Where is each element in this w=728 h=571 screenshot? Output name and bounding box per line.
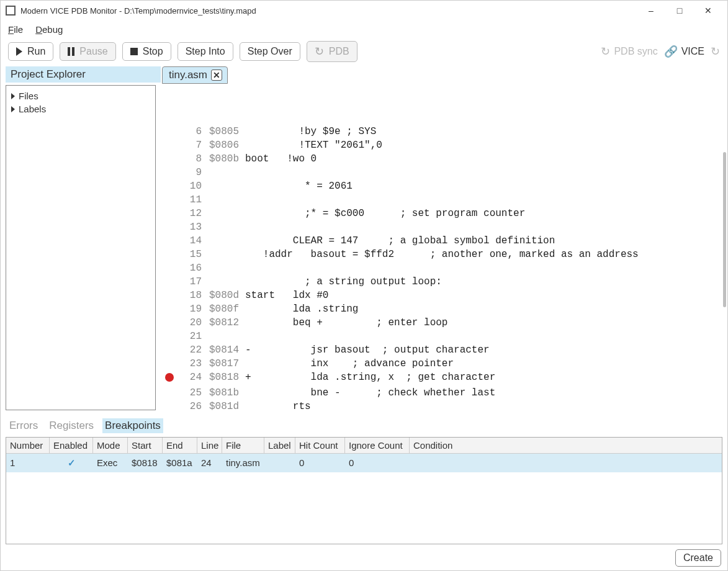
close-window-button[interactable]: ✕ (694, 1, 722, 20)
code-text: $0818 + lda .string, x ; get character (209, 371, 495, 386)
code-text (209, 261, 245, 275)
stop-label: Stop (143, 46, 163, 57)
tree-item-labels[interactable]: Labels (11, 102, 150, 115)
breakpoint-gutter[interactable] (161, 275, 178, 289)
run-button[interactable]: Run (8, 42, 53, 61)
code-line[interactable]: 24$0818 + lda .string, x ; get character (161, 371, 727, 386)
code-line[interactable]: 10 * = 2061 (161, 179, 727, 193)
breakpoint-gutter[interactable] (161, 193, 178, 207)
stop-button[interactable]: Stop (122, 42, 171, 61)
column-header[interactable]: Line (197, 438, 222, 454)
tab-registers[interactable]: Registers (47, 418, 96, 433)
line-number: 23 (178, 357, 209, 371)
line-number: 20 (178, 316, 209, 330)
code-line[interactable]: 25$081b bne - ; check whether last (161, 386, 727, 400)
breakpoint-gutter[interactable] (161, 152, 178, 166)
breakpoint-gutter[interactable] (161, 302, 178, 316)
breakpoint-gutter[interactable] (161, 207, 178, 220)
code-line[interactable]: 18$080d start ldx #0 (161, 289, 727, 302)
column-header[interactable]: Start (128, 438, 163, 454)
code-line[interactable]: 13 (161, 220, 727, 234)
breakpoint-gutter[interactable] (161, 413, 178, 415)
breakpoint-gutter[interactable] (161, 220, 178, 234)
code-line[interactable]: 7$0806 !TEXT "2061",0 (161, 138, 727, 152)
code-line[interactable]: 11 (161, 193, 727, 207)
breakpoint-gutter[interactable] (161, 234, 178, 248)
tab-breakpoints[interactable]: Breakpoints (102, 418, 163, 433)
column-header[interactable]: File (222, 438, 264, 454)
code-line[interactable]: 27$081e .string !pet "Dumb example", 13,… (161, 413, 727, 415)
column-header[interactable]: Hit Count (295, 438, 345, 454)
code-text (209, 193, 245, 207)
cell: ✓ (50, 454, 93, 472)
line-number: 7 (178, 138, 209, 152)
breakpoint-gutter[interactable] (161, 330, 178, 343)
cell (264, 454, 295, 472)
code-line[interactable]: 19$080f lda .string (161, 302, 727, 316)
breakpoint-gutter[interactable] (161, 138, 178, 152)
breakpoint-gutter[interactable] (161, 357, 178, 371)
code-text: CLEAR = 147 ; a global symbol definition (209, 234, 555, 248)
breakpoint-gutter[interactable] (161, 400, 178, 413)
maximize-button[interactable]: □ (665, 1, 694, 20)
line-number: 16 (178, 261, 209, 275)
pause-button[interactable]: Pause (60, 42, 115, 61)
code-line[interactable]: 17 ; a string output loop: (161, 275, 727, 289)
breakpoint-gutter[interactable] (161, 386, 178, 400)
editor-tabs: tiny.asm ✕ (161, 65, 727, 84)
column-header[interactable]: End (163, 438, 197, 454)
step-over-button[interactable]: Step Over (240, 42, 300, 61)
code-text: $081e .string !pet "Dumb example", 13, 0 (209, 413, 465, 415)
code-line[interactable]: 22$0814 - jsr basout ; output character (161, 343, 727, 357)
line-number: 24 (178, 371, 209, 386)
pdb-button[interactable]: ↻ PDB (307, 41, 357, 62)
code-editor[interactable]: 6$0805 !by $9e ; SYS7$0806 !TEXT "2061",… (161, 84, 727, 415)
column-header[interactable]: Enabled (50, 438, 93, 454)
vice-status[interactable]: 🔗 VICE (664, 45, 704, 58)
refresh-status[interactable]: ↻ (711, 45, 720, 58)
code-line[interactable]: 23$0817 inx ; advance pointer (161, 357, 727, 371)
create-button[interactable]: Create (675, 549, 721, 567)
minimize-button[interactable]: – (637, 1, 665, 20)
code-line[interactable]: 26$081d rts (161, 400, 727, 413)
breakpoint-gutter[interactable] (161, 261, 178, 275)
pdb-sync-status[interactable]: ↻ PDB sync (601, 45, 657, 58)
breakpoint-gutter[interactable] (161, 166, 178, 179)
tree-item-files[interactable]: Files (11, 89, 150, 102)
menu-file[interactable]: File (8, 24, 23, 35)
column-header[interactable]: Condition (410, 438, 722, 454)
cell: tiny.asm (222, 454, 264, 472)
breakpoint-gutter[interactable] (161, 316, 178, 330)
code-line[interactable]: 6$0805 !by $9e ; SYS (161, 125, 727, 138)
line-number: 14 (178, 234, 209, 248)
code-line[interactable]: 8$080b boot !wo 0 (161, 152, 727, 166)
column-header[interactable]: Number (6, 438, 50, 454)
cell: 24 (197, 454, 222, 472)
code-line[interactable]: 20$0812 beq + ; enter loop (161, 316, 727, 330)
code-line[interactable]: 14 CLEAR = 147 ; a global symbol definit… (161, 234, 727, 248)
tab-errors[interactable]: Errors (7, 418, 40, 433)
close-tab-button[interactable]: ✕ (211, 70, 222, 81)
line-number: 19 (178, 302, 209, 316)
code-line[interactable]: 15 !addr basout = $ffd2 ; another one, m… (161, 248, 727, 261)
table-row[interactable]: 1✓Exec$0818$081a24tiny.asm00 (6, 454, 722, 472)
breakpoint-gutter[interactable] (161, 125, 178, 138)
breakpoint-gutter[interactable] (161, 248, 178, 261)
code-line[interactable]: 12 ;* = $c000 ; set program counter (161, 207, 727, 220)
code-line[interactable]: 21 (161, 330, 727, 343)
column-header[interactable]: Label (264, 438, 295, 454)
tab-tiny-asm[interactable]: tiny.asm ✕ (162, 66, 228, 84)
step-into-button[interactable]: Step Into (178, 42, 233, 61)
breakpoint-gutter[interactable] (161, 179, 178, 193)
code-line[interactable]: 16 (161, 261, 727, 275)
code-text (209, 330, 245, 343)
breakpoint-gutter[interactable] (161, 289, 178, 302)
breakpoint-gutter[interactable] (161, 343, 178, 357)
column-header[interactable]: Ignore Count (345, 438, 410, 454)
line-number: 22 (178, 343, 209, 357)
column-header[interactable]: Mode (93, 438, 128, 454)
menu-debug[interactable]: Debug (35, 24, 63, 35)
scrollbar[interactable] (723, 152, 726, 307)
code-line[interactable]: 9 (161, 166, 727, 179)
breakpoint-gutter[interactable] (161, 371, 178, 386)
